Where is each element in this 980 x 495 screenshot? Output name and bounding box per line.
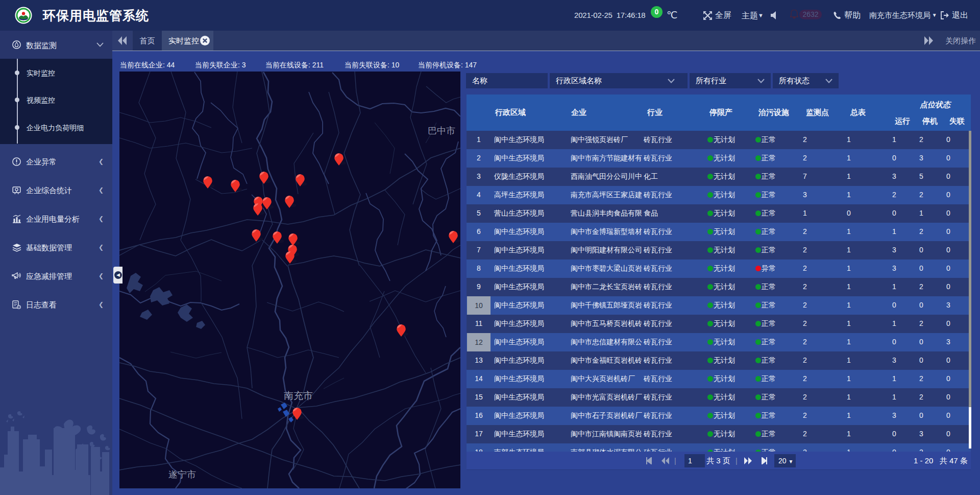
svg-text:遂宁市: 遂宁市 xyxy=(168,469,196,480)
svg-text:巴中市: 巴中市 xyxy=(428,126,455,136)
svg-text:南充市: 南充市 xyxy=(284,390,313,401)
